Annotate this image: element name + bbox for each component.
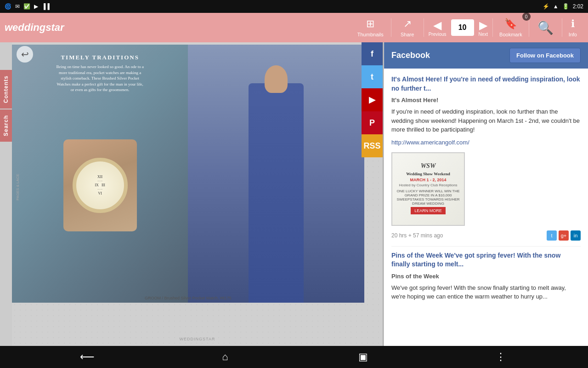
fb-post1-title[interactable]: It's Almost Here! If you're in need of w…	[391, 75, 581, 93]
app-logo: weddingstar	[5, 22, 64, 34]
home-icon: ⌂	[222, 351, 228, 363]
email-icon: ✉	[15, 3, 20, 10]
check-icon: ✅	[23, 3, 30, 10]
googleplus-share-icon: g+	[561, 233, 567, 238]
page-spread: TIMELY TRADITIONS Being on time has neve…	[12, 45, 364, 303]
nav-bar: weddingstar ⊞ Thumbnails ↗ Share ◀ Previ…	[0, 13, 588, 42]
facebook-panel-header: Facebook Follow on Facebook	[384, 42, 588, 69]
caption-title: TIMELY TRADITIONS	[56, 54, 144, 61]
share-label: Share	[401, 32, 414, 37]
fb-post1-subtitle: It's Almost Here!	[391, 97, 581, 104]
main-area: Contents Search ↩ TIMELY TRADITIONS Bein…	[0, 42, 588, 346]
side-tabs: Contents Search	[0, 42, 12, 346]
search-icon: 🔍	[537, 20, 554, 35]
fb-divider	[391, 246, 581, 247]
status-bar: 🌀 ✉ ✅ ▶ ▐▐ ⚡ ▲ 🔋 2:02	[0, 0, 588, 13]
facebook-social-button[interactable]: f	[362, 42, 383, 65]
youtube-social-button[interactable]: ▶	[362, 88, 383, 111]
fb-image-monogram: WSW	[421, 162, 436, 170]
fb-post1-body: If you're in need of wedding inspiration…	[391, 107, 581, 134]
search-button[interactable]: 🔍	[529, 17, 562, 39]
page-number-input[interactable]	[451, 19, 474, 36]
page-input-wrap	[451, 19, 474, 36]
back-nav-button[interactable]: ⟵	[78, 348, 96, 366]
rss-social-button[interactable]: RSS	[362, 134, 383, 157]
magazine-page-left: TIMELY TRADITIONS Being on time has neve…	[12, 45, 188, 303]
youtube-icon: ▶	[369, 95, 375, 105]
more-icon: ⋮	[496, 351, 506, 363]
app-icon-circle: 🌀	[5, 3, 11, 10]
share-icon: ↗	[403, 18, 412, 30]
magazine-viewer: ↩ TIMELY TRADITIONS Being on time has ne…	[12, 42, 384, 346]
thumbnails-button[interactable]: ⊞ Thumbnails	[350, 14, 391, 41]
more-nav-button[interactable]: ⋮	[492, 348, 510, 366]
wifi-icon: ▲	[553, 3, 559, 10]
bookmark-label: Bookmark	[499, 32, 522, 37]
back-button[interactable]: ↩	[17, 46, 33, 63]
fb-image-event: Wedding Show Weekend	[406, 172, 450, 176]
facebook-panel-title: Facebook	[391, 51, 430, 60]
previous-button[interactable]: ◀ Previous	[424, 17, 451, 39]
share-button[interactable]: ↗ Share	[391, 14, 424, 41]
page-caption: TIMELY TRADITIONS Being on time has neve…	[56, 54, 144, 93]
recent-apps-icon: ▣	[358, 351, 368, 363]
follow-on-facebook-button[interactable]: Follow on Facebook	[509, 48, 581, 63]
share-twitter-button[interactable]: t	[547, 230, 557, 241]
bluetooth-icon: ⚡	[543, 3, 549, 10]
groom-silhouette	[249, 83, 304, 303]
product-label: GROOM / Brushed Silver Pocket Watch, #81…	[145, 296, 232, 300]
fb-post1-meta: 20 hrs + 57 mins ago t g+ in	[391, 230, 581, 241]
share-linkedin-button[interactable]: in	[571, 230, 581, 241]
pinterest-social-button[interactable]: P	[362, 111, 383, 134]
previous-arrow-icon: ◀	[433, 19, 441, 32]
magazine-page-right	[188, 45, 364, 303]
facebook-panel: Facebook Follow on Facebook It's Almost …	[384, 42, 588, 346]
fb-post1-link[interactable]: http://www.americangolf.com/	[391, 139, 581, 146]
thumbnails-label: Thumbnails	[357, 32, 384, 37]
groom-image	[188, 45, 364, 303]
back-icon: ↩	[21, 49, 29, 60]
twitter-share-icon: t	[551, 233, 552, 238]
fb-share-icons: t g+ in	[547, 230, 581, 241]
bookmark-icon: 🔖	[504, 18, 517, 30]
battery-icon: 🔋	[562, 3, 569, 10]
brand-bottom: WEDDINGSTAR	[180, 337, 215, 341]
fb-post1-timestamp: 20 hrs + 57 mins ago	[391, 232, 443, 239]
contents-tab[interactable]: Contents	[0, 70, 12, 109]
info-label: Info	[569, 32, 577, 37]
linkedin-share-icon: in	[574, 233, 578, 238]
social-sidebar: f t ▶ P RSS	[362, 42, 383, 157]
back-nav-icon: ⟵	[80, 351, 95, 363]
fb-post1-image: WSW Wedding Show Weekend MARCH 1 - 2, 20…	[391, 152, 465, 226]
info-button[interactable]: ℹ Info	[562, 14, 583, 41]
caption-subtitle: Being on time has never looked so good. …	[56, 64, 144, 93]
twitter-social-button[interactable]: t	[362, 65, 383, 88]
bottom-nav: ⟵ ⌂ ▣ ⋮	[0, 346, 588, 368]
fb-image-dates: MARCH 1 - 2, 2014	[410, 178, 446, 182]
thumbnails-icon: ⊞	[366, 18, 374, 30]
media-icon: ▐▐	[42, 3, 50, 10]
clock: 2:02	[573, 3, 583, 10]
play-icon: ▶	[34, 3, 38, 10]
fb-post2-body: We've got spring fever! With the snow fi…	[391, 283, 581, 301]
facebook-panel-content: It's Almost Here! If you're in need of w…	[384, 69, 588, 346]
groom-head	[265, 65, 288, 93]
home-nav-button[interactable]: ⌂	[216, 348, 234, 366]
next-arrow-icon: ▶	[479, 19, 487, 32]
fb-post2-title[interactable]: Pins of the Week We've got spring fever!…	[391, 251, 581, 269]
bookmark-count: 0	[522, 12, 531, 21]
next-label: Next	[479, 32, 488, 37]
fb-post2-subtitle: Pins of the Week	[391, 273, 581, 280]
fb-image-prize: ONE LUCKY WINNER WILL WIN THE GRAND PRIZ…	[392, 189, 464, 206]
status-bar-left: 🌀 ✉ ✅ ▶ ▐▐	[5, 3, 50, 10]
info-icon: ℹ	[571, 18, 575, 30]
share-googleplus-button[interactable]: g+	[559, 230, 569, 241]
pagination-group: ◀ Previous ▶ Next	[424, 17, 492, 39]
search-tab[interactable]: Search	[0, 109, 12, 142]
next-button[interactable]: ▶ Next	[474, 17, 493, 39]
status-bar-right: ⚡ ▲ 🔋 2:02	[543, 3, 583, 10]
recent-nav-button[interactable]: ▣	[354, 348, 372, 366]
fb-image-badge[interactable]: LEARN MORE	[411, 207, 446, 214]
page-side-label: PAGES & LACE	[16, 174, 162, 201]
bookmark-button[interactable]: 🔖 0 Bookmark	[493, 14, 529, 41]
